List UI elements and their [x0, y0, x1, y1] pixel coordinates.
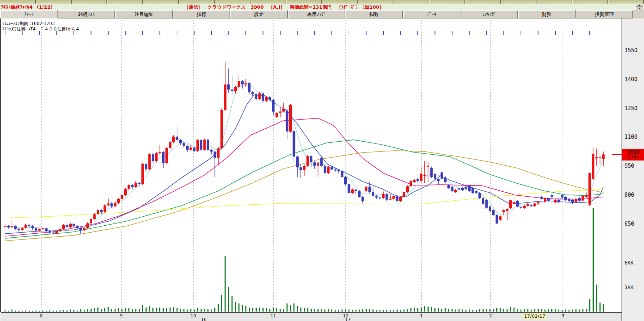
tab-財務[interactable]: 財務 — [518, 10, 576, 18]
volume-bar — [22, 311, 23, 312]
clipped-toolbar-button[interactable] — [251, 0, 286, 4]
volume-bar — [386, 310, 387, 312]
clipped-toolbar-button[interactable] — [572, 0, 608, 4]
volume-bar — [524, 309, 525, 312]
volume-bar — [187, 309, 188, 312]
candle-down — [131, 185, 134, 187]
candle-up — [537, 201, 539, 203]
clipped-toolbar-button[interactable] — [536, 0, 572, 4]
clipped-toolbar-button[interactable] — [143, 0, 179, 4]
clipped-toolbar-button[interactable] — [107, 0, 143, 4]
clipped-toolbar-button[interactable] — [322, 0, 358, 4]
candle-down — [313, 162, 316, 166]
candle-down — [417, 179, 419, 181]
ma-mid-blue — [5, 95, 603, 234]
candle-up — [69, 224, 72, 227]
clipped-toolbar-button[interactable] — [429, 0, 465, 4]
volume-bar — [493, 309, 494, 312]
volume-bar — [287, 304, 288, 312]
candle-up — [406, 186, 409, 192]
clipped-toolbar-button[interactable] — [608, 0, 644, 4]
file-title: ﾃｷｽﾄ銘柄ﾌｧｲﾙ4 （1/22） — [1, 4, 55, 11]
volume-bar — [42, 310, 43, 312]
chart-canvas[interactable] — [1, 18, 622, 312]
tab-ﾃﾞｰﾀ[interactable]: ﾃﾞｰﾀ — [403, 10, 460, 18]
volume-bar — [510, 307, 511, 312]
candle-down — [451, 187, 454, 191]
volume-bar — [73, 310, 75, 312]
volume-bar — [441, 309, 442, 312]
candle-down — [162, 152, 165, 163]
tab-投資管理[interactable]: 投資管理 — [576, 10, 633, 18]
volume-bar — [565, 309, 566, 312]
tab-表示ﾌﾗｸﾞ[interactable]: 表示ﾌﾗｸﾞ — [288, 10, 345, 18]
clipped-toolbar-button[interactable] — [215, 0, 251, 4]
spin-down-icon[interactable]: ▼ — [635, 7, 643, 10]
tab-bar: ﾁｬｰﾄ銘柄ﾘｽﾄ注目編集指標設定表示ﾌﾗｸﾞ指数ﾃﾞｰﾀﾗﾝｷﾝｸﾞ財務投資管… — [0, 10, 644, 18]
price-tick-650: 650 — [624, 221, 634, 227]
volume-bar — [218, 304, 219, 312]
volume-bar — [184, 309, 185, 312]
volume-bar — [125, 308, 126, 312]
candle-up — [509, 200, 512, 208]
volume-bar — [67, 310, 68, 312]
clipped-toolbar-button[interactable] — [393, 0, 429, 4]
tab-銘柄ﾘｽﾄ[interactable]: 銘柄ﾘｽﾄ — [58, 10, 115, 18]
volume-bar — [407, 309, 408, 312]
tab-指数[interactable]: 指数 — [345, 10, 403, 18]
candle-down — [193, 147, 195, 151]
candle-up — [410, 181, 412, 186]
volume-bar — [483, 309, 484, 312]
candle-down — [492, 210, 495, 215]
tab-注目編集[interactable]: 注目編集 — [115, 10, 173, 18]
candle-down — [320, 158, 323, 166]
volume-bar — [177, 308, 178, 312]
clipped-toolbar-button[interactable] — [36, 0, 72, 4]
candle-down — [441, 172, 443, 179]
volume-bar — [139, 309, 140, 312]
clipped-toolbar-button[interactable] — [72, 0, 108, 4]
candle-up — [424, 175, 426, 176]
clipped-toolbar-button[interactable] — [465, 0, 501, 4]
candle-up — [392, 196, 395, 199]
tab-ﾗﾝｷﾝｸﾞ[interactable]: ﾗﾝｷﾝｸﾞ — [460, 10, 518, 18]
candle-up — [114, 203, 117, 206]
volume-bar — [269, 309, 270, 312]
tab-ﾁｬｰﾄ[interactable]: ﾁｬｰﾄ — [0, 10, 58, 18]
volume-bar — [84, 310, 85, 312]
volume-bar — [338, 310, 339, 312]
candle-up — [203, 139, 206, 150]
candle-down — [337, 170, 340, 171]
clipped-toolbar-button[interactable] — [0, 0, 36, 4]
volume-bar — [259, 308, 260, 312]
clipped-toolbar-button[interactable] — [286, 0, 322, 4]
volume-bar — [266, 308, 267, 312]
volume-bar — [596, 285, 597, 312]
price-tick-1250: 1250 — [624, 105, 637, 112]
candle-down — [551, 195, 553, 197]
volume-bar — [232, 296, 233, 312]
clipped-toolbar-button[interactable] — [179, 0, 215, 4]
volume-bar — [228, 287, 229, 312]
volume-bar — [579, 309, 580, 312]
candle-down — [286, 111, 289, 132]
candle-down — [100, 210, 103, 212]
volume-bar — [335, 310, 336, 312]
clipped-toolbar-button[interactable] — [501, 0, 537, 4]
candle-down — [379, 197, 381, 199]
spin-up-icon[interactable]: ▲ — [635, 4, 643, 7]
candle-down — [489, 207, 491, 211]
price-axis-panel: 1010 (15) 15501400125011009508006506KK3K… — [622, 18, 644, 321]
candle-up — [427, 166, 429, 167]
volume-bar — [376, 310, 377, 312]
clipped-toolbar-button[interactable] — [358, 0, 393, 4]
tab-設定[interactable]: 設定 — [230, 10, 288, 18]
candle-up — [155, 153, 158, 161]
volume-bar — [424, 306, 425, 312]
volume-bar — [369, 309, 370, 312]
volume-bar — [276, 308, 277, 312]
candlestick-plot[interactable]: ｼﾐｭﾚｰｼｮﾝ期間 :1607-1703 ﾏｸﾛ:(C)注目I→T4 Ｔ４ＣＣ… — [0, 18, 622, 312]
volume-bar — [434, 308, 435, 312]
volume-bar — [111, 309, 112, 312]
tab-指標[interactable]: 指標 — [173, 10, 230, 18]
